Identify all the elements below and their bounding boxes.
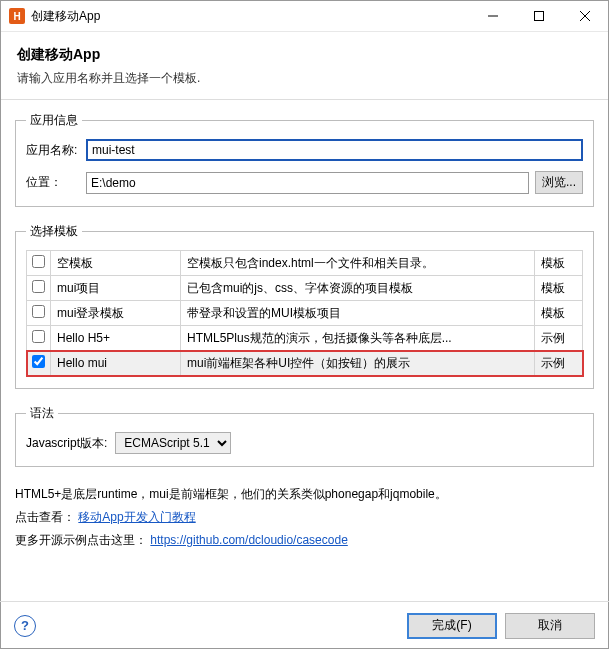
- template-name: 空模板: [51, 251, 181, 276]
- close-button[interactable]: [562, 1, 608, 32]
- dialog-footer: ? 完成(F) 取消: [0, 601, 609, 649]
- templates-legend: 选择模板: [26, 223, 82, 240]
- template-kind: 模板: [535, 251, 583, 276]
- templates-group: 选择模板 空模板空模板只包含index.html一个文件和相关目录。模板mui项…: [15, 223, 594, 389]
- template-checkbox[interactable]: [32, 280, 45, 293]
- svg-rect-1: [535, 12, 544, 21]
- template-row[interactable]: mui登录模板带登录和设置的MUI模板项目模板: [27, 301, 583, 326]
- template-desc: 已包含mui的js、css、字体资源的项目模板: [181, 276, 535, 301]
- template-name: Hello H5+: [51, 326, 181, 351]
- bottom-line1: HTML5+是底层runtime，mui是前端框架，他们的关系类似phonega…: [15, 483, 594, 506]
- js-version-label: Javascript版本:: [26, 435, 107, 452]
- location-label: 位置：: [26, 174, 86, 191]
- template-desc: mui前端框架各种UI控件（如按钮）的展示: [181, 351, 535, 376]
- template-checkbox[interactable]: [32, 355, 45, 368]
- bottom-line3-prefix: 更多开源示例点击这里：: [15, 533, 147, 547]
- browse-button[interactable]: 浏览...: [535, 171, 583, 194]
- template-row[interactable]: mui项目已包含mui的js、css、字体资源的项目模板模板: [27, 276, 583, 301]
- titlebar: H 创建移动App: [1, 1, 608, 32]
- appname-label: 应用名称:: [26, 142, 86, 159]
- minimize-button[interactable]: [470, 1, 516, 32]
- template-checkbox[interactable]: [32, 255, 45, 268]
- page-title: 创建移动App: [17, 46, 592, 64]
- template-kind: 示例: [535, 351, 583, 376]
- syntax-legend: 语法: [26, 405, 58, 422]
- template-name: mui登录模板: [51, 301, 181, 326]
- bottom-line2-prefix: 点击查看：: [15, 510, 75, 524]
- casecode-link[interactable]: https://github.com/dcloudio/casecode: [150, 533, 347, 547]
- template-desc: 空模板只包含index.html一个文件和相关目录。: [181, 251, 535, 276]
- template-name: Hello mui: [51, 351, 181, 376]
- appinfo-legend: 应用信息: [26, 112, 82, 129]
- template-name: mui项目: [51, 276, 181, 301]
- template-kind: 模板: [535, 276, 583, 301]
- template-desc: 带登录和设置的MUI模板项目: [181, 301, 535, 326]
- svg-line-3: [580, 11, 590, 21]
- tutorial-link[interactable]: 移动App开发入门教程: [78, 510, 195, 524]
- syntax-group: 语法 Javascript版本: ECMAScript 5.1: [15, 405, 594, 467]
- help-icon[interactable]: ?: [14, 615, 36, 637]
- template-kind: 示例: [535, 326, 583, 351]
- template-desc: HTML5Plus规范的演示，包括摄像头等各种底层...: [181, 326, 535, 351]
- appinfo-group: 应用信息 应用名称: 位置： 浏览...: [15, 112, 594, 207]
- template-kind: 模板: [535, 301, 583, 326]
- template-row[interactable]: Hello H5+HTML5Plus规范的演示，包括摄像头等各种底层...示例: [27, 326, 583, 351]
- bottom-text: HTML5+是底层runtime，mui是前端框架，他们的关系类似phonega…: [1, 483, 608, 551]
- app-icon: H: [9, 8, 25, 24]
- location-input[interactable]: [86, 172, 529, 194]
- appname-input[interactable]: [86, 139, 583, 161]
- js-version-select[interactable]: ECMAScript 5.1: [115, 432, 231, 454]
- svg-line-2: [580, 11, 590, 21]
- window-title: 创建移动App: [31, 8, 100, 25]
- template-row[interactable]: Hello muimui前端框架各种UI控件（如按钮）的展示示例: [27, 351, 583, 376]
- dialog-header: 创建移动App 请输入应用名称并且选择一个模板.: [1, 32, 608, 100]
- template-checkbox[interactable]: [32, 330, 45, 343]
- page-subtitle: 请输入应用名称并且选择一个模板.: [17, 70, 592, 87]
- template-row[interactable]: 空模板空模板只包含index.html一个文件和相关目录。模板: [27, 251, 583, 276]
- templates-table: 空模板空模板只包含index.html一个文件和相关目录。模板mui项目已包含m…: [26, 250, 583, 376]
- template-checkbox[interactable]: [32, 305, 45, 318]
- finish-button[interactable]: 完成(F): [407, 613, 497, 639]
- maximize-button[interactable]: [516, 1, 562, 32]
- cancel-button[interactable]: 取消: [505, 613, 595, 639]
